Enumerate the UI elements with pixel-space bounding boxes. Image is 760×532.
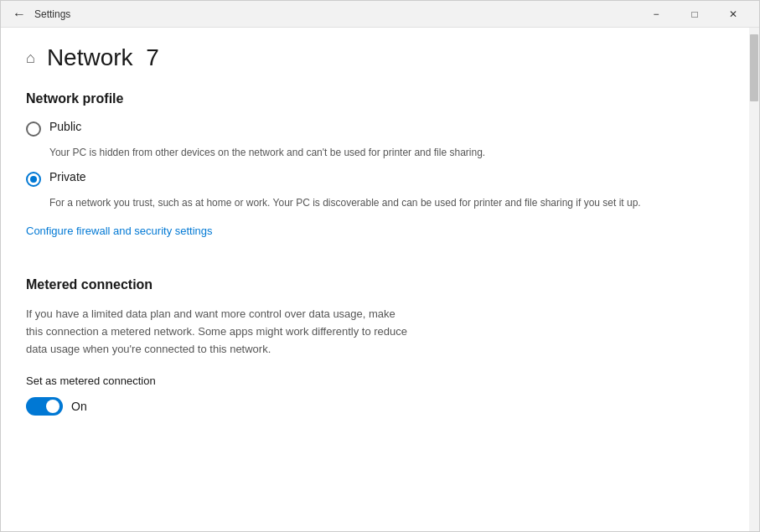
public-radio-label: Public <box>49 120 81 133</box>
metered-connection-section: Metered connection If you have a limited… <box>26 277 716 416</box>
page-title: Network 7 <box>47 44 159 71</box>
network-profile-heading: Network profile <box>26 91 716 106</box>
settings-window: ← Settings − □ ✕ ⌂ Network 7 Network pro… <box>0 0 760 532</box>
section-divider <box>26 261 716 277</box>
scrollbar-thumb[interactable] <box>750 34 758 101</box>
private-radio-button[interactable] <box>26 172 41 187</box>
maximize-button[interactable]: □ <box>675 1 714 28</box>
toggle-container: On <box>26 397 716 416</box>
scrollbar-track[interactable] <box>749 28 759 531</box>
minimize-button[interactable]: − <box>637 1 675 28</box>
metered-connection-heading: Metered connection <box>26 277 716 292</box>
public-radio-button[interactable] <box>26 121 41 137</box>
network-profile-radio-group: Public Your PC is hidden from other devi… <box>26 120 716 210</box>
metered-connection-description: If you have a limited data plan and want… <box>26 306 411 358</box>
home-icon[interactable]: ⌂ <box>26 49 35 67</box>
network-profile-section: Network profile Public Your PC is hidden… <box>26 91 716 261</box>
metered-toggle-row: Set as metered connection <box>26 374 716 387</box>
private-radio-label: Private <box>49 170 86 183</box>
public-radio-description: Your PC is hidden from other devices on … <box>49 145 716 160</box>
private-radio-description: For a network you trust, such as at home… <box>49 195 716 210</box>
titlebar-title: Settings <box>34 8 637 20</box>
main-content: ⌂ Network 7 Network profile Public Your … <box>1 28 749 531</box>
private-radio-item[interactable]: Private <box>26 170 716 187</box>
close-button[interactable]: ✕ <box>714 1 752 28</box>
page-header: ⌂ Network 7 <box>26 44 716 71</box>
public-radio-item[interactable]: Public <box>26 120 716 137</box>
window-controls: − □ ✕ <box>637 1 752 28</box>
back-button[interactable]: ← <box>8 3 31 26</box>
metered-toggle-switch[interactable] <box>26 397 63 416</box>
firewall-settings-link[interactable]: Configure firewall and security settings <box>26 225 213 237</box>
content-wrapper: ⌂ Network 7 Network profile Public Your … <box>1 28 759 531</box>
metered-toggle-label: Set as metered connection <box>26 374 156 387</box>
metered-toggle-state: On <box>71 400 87 413</box>
titlebar: ← Settings − □ ✕ <box>1 1 759 28</box>
